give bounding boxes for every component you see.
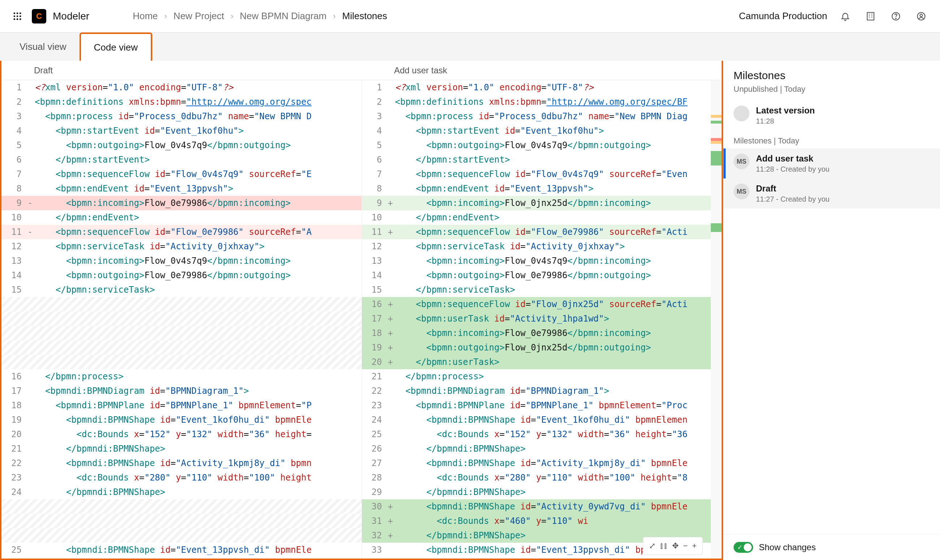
expand-icon[interactable]: ⤢ <box>649 541 655 551</box>
code-line[interactable]: 10 </bpmn:endEvent> <box>2 210 362 225</box>
code-line[interactable]: 15 </bpmn:serviceTask> <box>362 283 722 297</box>
code-line[interactable]: 11- <bpmn:sequenceFlow id="Flow_0e79986"… <box>2 225 362 239</box>
tab-visual-view[interactable]: Visual view <box>6 33 80 60</box>
code-line[interactable]: 18 <bpmndi:BPMNPlane id="BPMNPlane_1" bp… <box>2 398 362 412</box>
code-line[interactable]: 25 <bpmndi:BPMNShape id="Event_13ppvsh_d… <box>2 543 362 557</box>
code-line[interactable]: 9- <bpmn:incoming>Flow_0e79986</bpmn:inc… <box>2 196 362 210</box>
line-number: 12 <box>362 239 388 254</box>
code-content: <dc:Bounds x="152" y="132" width="36" he… <box>395 427 719 442</box>
code-line[interactable] <box>2 311 362 326</box>
code-line[interactable]: 11+ <bpmn:sequenceFlow id="Flow_0e79986"… <box>362 225 722 239</box>
user-icon[interactable] <box>914 9 928 23</box>
diff-mark <box>28 369 35 384</box>
zoom-in-button[interactable]: + <box>692 541 697 551</box>
code-line[interactable]: 19+ <bpmn:outgoing>Flow_0jnx25d</bpmn:ou… <box>362 340 722 355</box>
code-line[interactable]: 24 </bpmndi:BPMNShape> <box>2 485 362 499</box>
code-line[interactable]: 3 <bpmn:process id="Process_0dbu7hz" nam… <box>2 109 362 123</box>
code-line[interactable]: 1<?xml version="1.0" encoding="UTF-8"?> <box>2 80 362 95</box>
code-line[interactable] <box>2 528 362 543</box>
code-line[interactable]: 13 <bpmn:incoming>Flow_0v4s7q9</bpmn:inc… <box>362 254 722 268</box>
code-line[interactable]: 2<bpmn:definitions xmlns:bpmn="http://ww… <box>2 95 362 109</box>
line-number: 23 <box>362 398 388 412</box>
code-line[interactable]: 24 <bpmndi:BPMNShape id="Event_1kof0hu_d… <box>362 412 722 427</box>
code-line[interactable]: 16 </bpmn:process> <box>2 369 362 384</box>
code-line[interactable]: 30+ <bpmndi:BPMNShape id="Activity_0ywd7… <box>362 499 722 514</box>
code-line[interactable] <box>2 297 362 311</box>
target-icon[interactable]: ✥ <box>672 541 679 551</box>
line-number: 3 <box>2 109 28 123</box>
code-line[interactable]: 2<bpmn:definitions xmlns:bpmn="http://ww… <box>362 95 722 109</box>
svg-point-13 <box>920 14 923 17</box>
code-content: </bpmn:serviceTask> <box>395 283 719 297</box>
code-line[interactable]: 20 <dc:Bounds x="152" y="132" width="36"… <box>2 427 362 442</box>
code-line[interactable]: 28 <dc:Bounds x="280" y="110" width="100… <box>362 471 722 485</box>
code-line[interactable]: 14 <bpmn:outgoing>Flow_0e79986</bpmn:out… <box>2 268 362 283</box>
code-line[interactable]: 7 <bpmn:sequenceFlow id="Flow_0v4s7q9" s… <box>2 167 362 182</box>
code-line[interactable]: 4 <bpmn:startEvent id="Event_1kof0hu"> <box>362 123 722 138</box>
code-line[interactable]: 17+ <bpmn:userTask id="Activity_1hpa1wd"… <box>362 311 722 326</box>
code-line[interactable]: 3 <bpmn:process id="Process_0dbu7hz" nam… <box>362 109 722 123</box>
code-line[interactable]: 19 <bpmndi:BPMNShape id="Event_1kof0hu_d… <box>2 412 362 427</box>
code-line[interactable]: 4 <bpmn:startEvent id="Event_1kof0hu"> <box>2 123 362 138</box>
tab-code-view[interactable]: Code view <box>80 32 152 61</box>
code-line[interactable]: 14 <bpmn:outgoing>Flow_0e79986</bpmn:out… <box>362 268 722 283</box>
code-line[interactable] <box>2 326 362 340</box>
milestones-sidebar: Milestones Unpublished | Today Latest ve… <box>723 61 940 560</box>
code-line[interactable]: 31+ <dc:Bounds x="460" y="110" wi <box>362 514 722 528</box>
code-line[interactable]: 23 <bpmndi:BPMNPlane id="BPMNPlane_1" bp… <box>362 398 722 412</box>
app-logo[interactable]: C <box>32 9 46 23</box>
code-line[interactable]: 22 <bpmndi:BPMNShape id="Activity_1kpmj8… <box>2 456 362 471</box>
code-line[interactable]: 22 <bpmndi:BPMNDiagram id="BPMNDiagram_1… <box>362 384 722 398</box>
help-icon[interactable] <box>889 9 903 23</box>
code-line[interactable]: 6 </bpmn:startEvent> <box>2 152 362 167</box>
code-line[interactable]: 5 <bpmn:outgoing>Flow_0v4s7q9</bpmn:outg… <box>2 138 362 152</box>
code-line[interactable] <box>2 355 362 369</box>
map-icon[interactable]: ⫿⫿ <box>660 541 668 551</box>
diff-pane-right[interactable]: 1<?xml version="1.0" encoding="UTF-8"?>2… <box>362 80 722 558</box>
code-line[interactable]: 12 <bpmn:serviceTask id="Activity_0jxhxa… <box>362 239 722 254</box>
milestone-item[interactable]: MSDraft11:27 - Created by you <box>723 178 940 208</box>
bell-icon[interactable] <box>838 9 852 23</box>
building-icon[interactable] <box>863 9 878 23</box>
apps-grid-icon[interactable] <box>12 11 23 22</box>
code-line[interactable]: 9+ <bpmn:incoming>Flow_0jnx25d</bpmn:inc… <box>362 196 722 210</box>
code-line[interactable]: 5 <bpmn:outgoing>Flow_0v4s7q9</bpmn:outg… <box>362 138 722 152</box>
code-line[interactable] <box>2 514 362 528</box>
code-line[interactable]: 21 </bpmndi:BPMNShape> <box>2 442 362 456</box>
code-line[interactable]: 25 <dc:Bounds x="152" y="132" width="36"… <box>362 427 722 442</box>
breadcrumb-project[interactable]: New Project <box>174 11 224 22</box>
milestone-latest[interactable]: Latest version 11:28 <box>723 100 940 131</box>
code-line[interactable]: 29 </bpmndi:BPMNShape> <box>362 485 722 499</box>
code-line[interactable]: 7 <bpmn:sequenceFlow id="Flow_0v4s7q9" s… <box>362 167 722 182</box>
breadcrumb-current: Milestones <box>342 11 387 22</box>
code-line[interactable]: 23 <dc:Bounds x="280" y="110" width="100… <box>2 471 362 485</box>
code-line[interactable] <box>2 499 362 514</box>
milestone-item[interactable]: MSAdd user task11:28 - Created by you <box>723 148 940 178</box>
code-line[interactable]: 13 <bpmn:incoming>Flow_0v4s7q9</bpmn:inc… <box>2 254 362 268</box>
diff-pane-left[interactable]: 1<?xml version="1.0" encoding="UTF-8"?>2… <box>2 80 362 558</box>
code-line[interactable] <box>2 340 362 355</box>
minimap[interactable] <box>711 80 722 558</box>
code-line[interactable]: 8 <bpmn:endEvent id="Event_13ppvsh"> <box>362 182 722 196</box>
code-line[interactable]: 26 </bpmndi:BPMNShape> <box>362 442 722 456</box>
code-line[interactable]: 15 </bpmn:serviceTask> <box>2 283 362 297</box>
code-line[interactable]: 17 <bpmndi:BPMNDiagram id="BPMNDiagram_1… <box>2 384 362 398</box>
zoom-out-button[interactable]: − <box>683 541 688 551</box>
code-line[interactable]: 16+ <bpmn:sequenceFlow id="Flow_0jnx25d"… <box>362 297 722 311</box>
breadcrumb-home[interactable]: Home <box>133 11 158 22</box>
diff-mark: + <box>388 355 395 369</box>
code-line[interactable]: 6 </bpmn:startEvent> <box>362 152 722 167</box>
code-line[interactable]: 27 <bpmndi:BPMNShape id="Activity_1kpmj8… <box>362 456 722 471</box>
code-line[interactable]: 21 </bpmn:process> <box>362 369 722 384</box>
show-changes-switch[interactable]: ✓ <box>734 542 753 553</box>
code-line[interactable]: 8 <bpmn:endEvent id="Event_13ppvsh"> <box>2 182 362 196</box>
code-line[interactable]: 18+ <bpmn:incoming>Flow_0e79986</bpmn:in… <box>362 326 722 340</box>
code-line[interactable]: 12 <bpmn:serviceTask id="Activity_0jxhxa… <box>2 239 362 254</box>
code-line[interactable]: 20+ </bpmn:userTask> <box>362 355 722 369</box>
code-content: <bpmndi:BPMNShape id="Event_1kof0hu_di" … <box>395 412 719 427</box>
breadcrumb-diagram[interactable]: New BPMN Diagram <box>240 11 327 22</box>
code-content: <bpmn:incoming>Flow_0v4s7q9</bpmn:incomi… <box>35 254 359 268</box>
code-line[interactable]: 1<?xml version="1.0" encoding="UTF-8"?> <box>362 80 722 95</box>
org-label[interactable]: Camunda Production <box>739 11 827 22</box>
code-line[interactable]: 10 </bpmn:endEvent> <box>362 210 722 225</box>
